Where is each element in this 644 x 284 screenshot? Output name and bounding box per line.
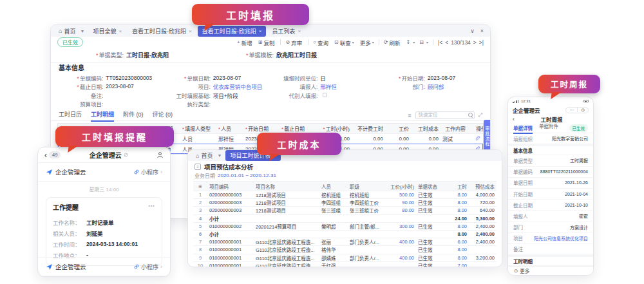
tab-close-icon[interactable]: × <box>118 28 122 34</box>
page-next-button[interactable]: > <box>473 39 477 46</box>
attachment-icon[interactable] <box>471 135 483 142</box>
cell-rate[interactable]: 300.00 <box>385 223 416 229</box>
tab-close-icon[interactable]: × <box>298 28 301 34</box>
toolbar-button[interactable] <box>379 39 379 45</box>
cell-hours[interactable]: 8.00 <box>446 223 469 229</box>
back-icon[interactable]: ‹ <box>44 151 47 160</box>
field-value[interactable]: 项目+阶段 <box>213 91 238 99</box>
toolbar-button[interactable]: + 新增 <box>237 39 254 46</box>
detail-tab[interactable]: 评论 (0) <box>153 108 173 122</box>
business-date-label: 业务日期 <box>194 172 215 179</box>
cell-hours[interactable]: 8.00 <box>446 247 469 252</box>
app-message-header[interactable]: 企企管理云 小程序 › <box>38 163 170 182</box>
toolbar-button[interactable]: 更多 ▾ <box>359 39 374 46</box>
table-row[interactable]: 10 010000000001 G110北京延庆路段工程造... 于红强 已生效… <box>193 261 497 267</box>
cell-hours[interactable]: 8.00 <box>446 231 469 237</box>
detail-tab[interactable]: 单据详情 <box>513 122 533 134</box>
column-settings-icon[interactable]: ≡ <box>408 112 411 118</box>
page-last-button[interactable]: >| <box>479 39 484 46</box>
toolbar-button[interactable] <box>280 39 281 45</box>
more-footer[interactable]: ⊙ 更多 <box>508 266 593 275</box>
field-value[interactable]: 2023-08-07 <box>428 75 455 81</box>
search-icon[interactable] <box>468 113 473 117</box>
detail-tab[interactable]: 单据附件 <box>539 122 558 134</box>
tab-home[interactable]: ⌂ 首页 ▼ <box>55 27 88 35</box>
toolbar-button[interactable]: ⟳ 刷新 <box>384 39 402 46</box>
window-tab[interactable]: 员工列表 × <box>267 26 305 37</box>
exit-icon[interactable]: ⊙ <box>581 108 585 113</box>
cell-hours[interactable]: 6.00 <box>446 239 469 245</box>
business-date-range[interactable]: 2020-01-01 ~ 2020-12-31 <box>218 173 276 178</box>
page-prev-button[interactable]: < <box>445 39 448 46</box>
toolbar-button[interactable]: ○ 查询 <box>313 39 330 46</box>
cell-hours[interactable]: 7.00 <box>446 263 469 267</box>
checkbox[interactable] <box>323 93 327 97</box>
field-value[interactable]: 2023-08-07 <box>213 75 241 81</box>
cell-rate[interactable]: 90.00 <box>385 200 416 205</box>
field-value[interactable]: TT0520230800003 <box>106 75 152 81</box>
detail-tab[interactable]: 工时日历 <box>59 108 82 122</box>
table-row[interactable]: 4 小计 24.00 5,360.00 <box>193 214 497 222</box>
field-value[interactable]: 2023-08-07 <box>106 83 133 90</box>
cell-hours[interactable]: 8.00 <box>446 192 469 198</box>
info-field: * <box>270 100 378 109</box>
window-close-icon[interactable]: × <box>480 28 484 34</box>
toolbar-button[interactable]: ⊞ 复制 <box>258 39 276 46</box>
detail-row: 填报组织 阳光数字营销公司 <box>508 133 593 144</box>
window-tab[interactable]: 查看工时日报-欣兆阳 × <box>128 26 196 37</box>
table-row[interactable]: 6 小计 8.00 2,400.00 <box>193 230 497 238</box>
toolbar-button[interactable]: ⊟ ▾ <box>419 39 428 45</box>
window-tab[interactable]: 项目全貌 × <box>88 26 126 37</box>
quick-search-input[interactable] <box>415 111 475 119</box>
toolbar-button[interactable] <box>308 39 308 45</box>
cell-status: 已生效 <box>416 223 446 230</box>
more-options-icon[interactable]: ⋯ <box>569 108 574 113</box>
cell-rate[interactable]: 500.00 <box>385 192 416 198</box>
contact-icon[interactable] <box>156 151 164 158</box>
toolbar-button[interactable]: ⊘ 弃审 <box>285 39 303 46</box>
page-first-button[interactable]: |< <box>438 39 442 46</box>
cell-hours[interactable]: 8.00 <box>446 207 469 213</box>
cell-rate[interactable]: 80.00 <box>385 207 416 213</box>
table-row[interactable]: 1 020000000003 1218测试项目 挖机班组 挖机班组 500.00… <box>193 191 497 198</box>
tab-home-label: 首页 <box>201 151 213 160</box>
cell-hours[interactable]: 8.00 <box>446 200 469 205</box>
detail-row: 备注 <box>508 244 593 255</box>
field-value[interactable]: 邢祥恒 <box>320 82 337 90</box>
table-row[interactable]: 7 010000000001 G110北京延庆路段工程造... 张丽 部门负责人… <box>193 238 497 245</box>
chevron-down-icon[interactable]: ▼ <box>80 29 84 33</box>
app-message-footer[interactable]: 企企管理云 小程序 › <box>38 257 170 276</box>
field-value: 刘延美 <box>86 229 103 237</box>
more-options-icon[interactable]: ⋯ <box>148 202 155 212</box>
detail-tab[interactable]: 工时明细 <box>91 108 114 122</box>
callout-banner-weekly: 工时周报 <box>538 75 600 93</box>
table-row[interactable]: 9 010000000001 G110北京延庆路段工程造... 邵婧姝 部门负责… <box>193 254 497 261</box>
cell-hours[interactable]: 24.00 <box>446 216 469 222</box>
field-value: 2021-10-04 <box>565 192 588 196</box>
tab-close-icon[interactable]: × <box>259 28 262 34</box>
tab-home[interactable]: ⌂ 首页 ▼ <box>192 151 225 160</box>
field-value[interactable]: 优衣库营销中台项目 <box>213 82 263 90</box>
toolbar-button[interactable]: ↧ ▾ <box>406 39 415 45</box>
field-value[interactable]: 日 <box>320 74 326 82</box>
table-row[interactable]: 5 010000000002 20201214预算项目 樊明超 部门主管/部..… <box>193 222 497 230</box>
work-reminder-card[interactable]: 工作提醒 ⋯ 工作名称： 工时记录单 相关人员： 刘延美 <box>46 197 162 266</box>
toolbar-button[interactable]: ⊡ 联查 ▾ <box>334 39 354 46</box>
field-value[interactable]: 顾问部 <box>428 82 444 90</box>
cell-hours[interactable]: 8.00 <box>446 255 469 261</box>
chevron-down-icon[interactable]: ▼ <box>217 153 222 158</box>
detail-row: 填报人 霍霍 <box>508 211 593 222</box>
cell-rate[interactable]: 400.00 <box>385 255 416 261</box>
table-row[interactable]: 2 020000000003 1218测试项目 李四班组 李四班组工价 90.0… <box>193 198 497 206</box>
toolbar-button-label: 刷新 <box>390 39 401 46</box>
miniprogram-header: 企企管理云 ⋯ ⊙ <box>508 105 593 115</box>
cell-rate[interactable]: 400.00 <box>385 239 416 245</box>
detail-tab[interactable]: 附件 (0) <box>123 108 144 122</box>
tab-close-icon[interactable]: × <box>189 28 192 34</box>
expand-icon[interactable]: ⤢ <box>478 112 482 118</box>
approval-flow-side-tab[interactable]: 审批流程 <box>484 120 491 152</box>
window-collapse-icon[interactable]: ∨ <box>470 28 475 34</box>
toolbar-button[interactable] <box>433 39 433 45</box>
table-row[interactable]: 3 020000000003 1218测试项目 张三班组 张三班组工价 80.0… <box>193 206 497 214</box>
table-row[interactable]: 8 010000000001 G110北京延庆路段工程造... 褚伟华 已生效 … <box>193 245 497 253</box>
